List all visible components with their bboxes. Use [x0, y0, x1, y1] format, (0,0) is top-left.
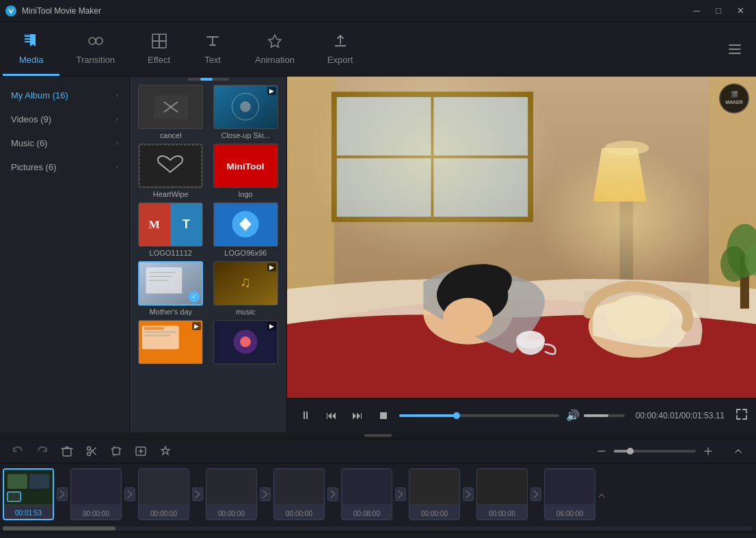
- timeline-clip-6[interactable]: 00:08:00: [341, 468, 392, 520]
- clip-connector: [258, 468, 272, 520]
- svg-point-45: [538, 148, 716, 291]
- svg-rect-33: [144, 334, 171, 336]
- transition-marker[interactable]: [57, 487, 68, 501]
- svg-point-50: [443, 298, 493, 337]
- text-icon: [203, 31, 222, 51]
- close-button[interactable]: ✕: [730, 3, 751, 19]
- clip-time: 00:00:00: [409, 508, 459, 520]
- svg-point-11: [240, 101, 251, 112]
- text-overlay-button[interactable]: [131, 442, 150, 461]
- transition-marker[interactable]: [463, 487, 474, 501]
- svg-rect-61: [63, 448, 71, 456]
- media-item-mothersday[interactable]: ✓ Mother's day: [135, 261, 206, 316]
- zoom-slider[interactable]: [614, 450, 696, 453]
- toolbar-item-text[interactable]: Text: [187, 22, 239, 76]
- timeline-clip-5[interactable]: 00:00:00: [273, 468, 325, 520]
- timeline-clip-8[interactable]: 00:00:00: [476, 468, 528, 520]
- transition-marker[interactable]: [395, 487, 406, 501]
- volume-button[interactable]: 🔊: [565, 405, 581, 426]
- media-item-logo96[interactable]: LOGO96x96: [211, 202, 282, 257]
- media-item-music[interactable]: ♫ ▶ music: [211, 261, 282, 316]
- fullscreen-button[interactable]: [735, 408, 748, 423]
- media-panel: cancel: [130, 77, 287, 432]
- stop-button[interactable]: ⏹: [373, 405, 394, 426]
- sidebar-item-my-album[interactable]: My Album (16) ›: [0, 83, 129, 107]
- svg-text:M: M: [148, 217, 160, 231]
- track-scrollbar[interactable]: [0, 525, 756, 532]
- playback-controls: ⏸ ⏮ ⏭ ⏹ 🔊 00:00:40.01/00:01:53.11: [287, 398, 756, 432]
- clip-time: 00:00:00: [206, 508, 256, 520]
- toolbar-item-media[interactable]: Media: [3, 22, 59, 76]
- delete-button[interactable]: [57, 442, 77, 461]
- forward-button[interactable]: ⏭: [347, 405, 368, 426]
- zoom-out-button[interactable]: [592, 442, 611, 461]
- timeline-clip-3[interactable]: 00:00:00: [138, 468, 189, 520]
- sidebar-videos-label: Videos (9): [11, 114, 51, 124]
- effects-button[interactable]: [156, 442, 175, 461]
- volume-fill: [584, 414, 608, 417]
- media-scroll-area[interactable]: cancel: [130, 82, 286, 432]
- media-item-logo[interactable]: MiniTool logo: [211, 144, 282, 198]
- maximize-button[interactable]: □: [708, 3, 729, 19]
- timeline-clip-9[interactable]: 06:00:00: [544, 468, 595, 520]
- menu-button[interactable]: [716, 22, 753, 76]
- time-current: 00:00:40.01: [636, 411, 679, 420]
- svg-rect-75: [409, 470, 459, 504]
- toolbar-item-animation[interactable]: Animation: [239, 22, 311, 76]
- timeline-clip-4[interactable]: 00:00:00: [206, 468, 257, 520]
- redo-button[interactable]: [33, 442, 52, 461]
- media-item-heartwipe[interactable]: HeartWipe: [135, 144, 206, 198]
- zoom-control: [592, 442, 718, 461]
- toolbar-item-export[interactable]: Export: [311, 22, 370, 76]
- transition-icon: [86, 31, 105, 51]
- svg-rect-73: [274, 470, 324, 504]
- svg-point-58: [720, 84, 748, 113]
- rewind-button[interactable]: ⏮: [321, 405, 342, 426]
- media-item-label: LOGO11112: [138, 249, 203, 257]
- pause-button[interactable]: ⏸: [295, 405, 316, 426]
- toolbar-item-transition[interactable]: Transition: [59, 22, 131, 76]
- media-item-cancel[interactable]: cancel: [135, 85, 206, 139]
- effect-label: Effect: [148, 55, 170, 65]
- sidebar-item-music[interactable]: Music (6) ›: [0, 131, 129, 155]
- timeline-clip-2[interactable]: 00:00:00: [70, 468, 122, 520]
- transition-marker[interactable]: [327, 487, 338, 501]
- timeline-clip-7[interactable]: 00:00:00: [409, 468, 460, 520]
- zoom-in-button[interactable]: [699, 442, 718, 461]
- clip-connector: [191, 468, 204, 520]
- chevron-right-icon: ›: [116, 92, 118, 99]
- transition-marker[interactable]: [124, 487, 135, 501]
- media-item-9[interactable]: ▶: [211, 320, 282, 366]
- crop-button[interactable]: [107, 442, 126, 461]
- media-item-logo11112[interactable]: M T LOGO11112: [135, 202, 206, 257]
- transition-marker[interactable]: [192, 487, 203, 501]
- minimize-button[interactable]: ─: [686, 3, 707, 19]
- hamburger-icon: [727, 42, 742, 57]
- cut-button[interactable]: [82, 442, 101, 461]
- svg-rect-4: [152, 34, 159, 41]
- svg-point-0: [7, 7, 15, 15]
- transition-marker[interactable]: [530, 487, 541, 501]
- svg-rect-67: [8, 474, 27, 489]
- media-item-label: HeartWipe: [138, 190, 203, 198]
- export-label: Export: [327, 55, 353, 65]
- drag-handle[interactable]: [364, 434, 392, 437]
- volume-bar[interactable]: [584, 414, 625, 417]
- timeline-divider: [0, 432, 756, 439]
- timeline-clip-1[interactable]: 00:01:53: [3, 468, 54, 520]
- sidebar-item-pictures[interactable]: Pictures (6) ›: [0, 155, 129, 179]
- timeline-toolbar: [0, 439, 756, 463]
- collapse-timeline-button[interactable]: [729, 442, 748, 461]
- svg-rect-76: [477, 470, 527, 504]
- toolbar-item-effect[interactable]: Effect: [131, 22, 187, 76]
- video-track[interactable]: 00:01:53 00:00:00 00:00:00: [0, 463, 756, 525]
- svg-text:T: T: [183, 217, 190, 231]
- svg-rect-68: [29, 474, 49, 489]
- transition-marker[interactable]: [260, 487, 271, 501]
- media-item-closeup[interactable]: ▶ Close-up Ski...: [211, 85, 282, 139]
- sidebar-item-videos[interactable]: Videos (9) ›: [0, 107, 129, 131]
- media-label: Media: [19, 55, 43, 65]
- undo-button[interactable]: [8, 442, 27, 461]
- media-item-8[interactable]: ▶: [135, 320, 206, 366]
- progress-bar[interactable]: [399, 414, 559, 417]
